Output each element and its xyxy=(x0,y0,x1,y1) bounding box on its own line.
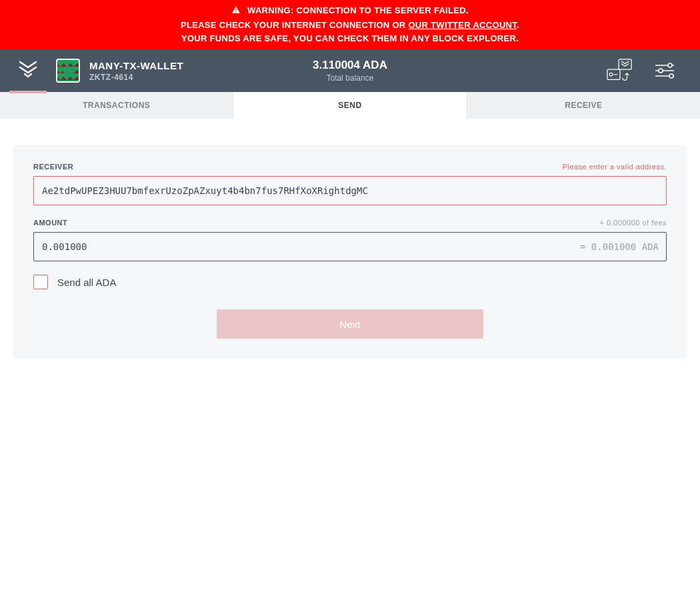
svg-point-6 xyxy=(668,63,672,67)
wallet-name: MANY-TX-WALLET xyxy=(89,60,183,71)
next-button[interactable]: Next xyxy=(217,309,483,339)
receiver-error: Please enter a valid address. xyxy=(563,163,667,171)
wallet-avatar-icon xyxy=(56,59,80,83)
amount-input[interactable] xyxy=(33,232,667,261)
svg-rect-1 xyxy=(236,11,237,12)
tab-receive[interactable]: RECEIVE xyxy=(467,92,700,119)
wallet-selector[interactable]: MANY-TX-WALLET ZKTZ-4614 xyxy=(56,59,183,83)
svg-point-10 xyxy=(669,74,673,78)
svg-rect-0 xyxy=(236,9,237,11)
svg-point-8 xyxy=(659,69,663,73)
settings-icon[interactable] xyxy=(651,57,679,85)
main-tabs: TRANSACTIONS SEND RECEIVE xyxy=(0,92,700,119)
balance-display: 3.110004 ADA Total balance xyxy=(313,59,387,83)
twitter-link[interactable]: OUR TWITTER ACCOUNT xyxy=(408,20,517,30)
receiver-input[interactable] xyxy=(33,176,667,205)
wallet-id: ZKTZ-4614 xyxy=(89,73,183,82)
svg-rect-2 xyxy=(619,59,631,69)
banner-line1: WARNING: CONNECTION TO THE SERVER FAILED… xyxy=(247,5,469,15)
app-header: MANY-TX-WALLET ZKTZ-4614 3.110004 ADA To… xyxy=(0,49,700,92)
app-logo[interactable] xyxy=(0,49,56,92)
wallets-icon[interactable] xyxy=(605,57,633,85)
svg-point-4 xyxy=(609,73,613,76)
balance-label: Total balance xyxy=(313,73,387,83)
send-all-checkbox[interactable] xyxy=(33,275,48,289)
balance-amount: 3.110004 ADA xyxy=(313,59,387,72)
tab-send[interactable]: SEND xyxy=(233,92,467,119)
send-form-card: RECEIVER Please enter a valid address. A… xyxy=(13,145,687,359)
amount-fees: + 0.000000 of fees xyxy=(600,219,667,227)
receiver-label: RECEIVER xyxy=(33,163,73,171)
banner-line2-prefix: PLEASE CHECK YOUR INTERNET CONNECTION OR xyxy=(181,20,408,30)
tab-transactions[interactable]: TRANSACTIONS xyxy=(0,92,233,119)
connection-warning-banner: WARNING: CONNECTION TO THE SERVER FAILED… xyxy=(0,0,700,49)
amount-label: AMOUNT xyxy=(33,219,67,227)
banner-line3: YOUR FUNDS ARE SAFE, YOU CAN CHECK THEM … xyxy=(7,32,693,45)
send-all-label: Send all ADA xyxy=(57,277,116,288)
banner-line2-suffix: . xyxy=(517,20,519,30)
warning-icon xyxy=(231,5,241,19)
